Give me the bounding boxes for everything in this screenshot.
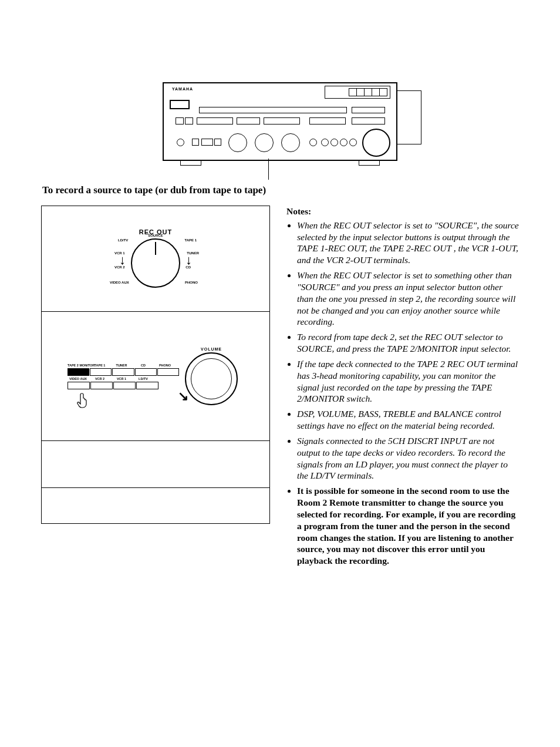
receiver-display [325,86,390,99]
control-knob [228,133,247,152]
input-buttons-outline [264,117,300,124]
note-item: To record from tape deck 2, set the REC … [297,331,519,355]
two-column-layout: REC OUT ↓ SOURCE LD/TV TAPE 1 VCR 1 TUNE… [41,206,519,570]
input-label: VIDEO AUX [68,376,89,381]
small-knob [330,139,338,146]
foot-outline [359,160,380,166]
input-selector-diagram: TAPE 2 MONITOR TAPE 1 TUNER CD PHONO [68,363,179,390]
steps-column: REC OUT ↓ SOURCE LD/TV TAPE 1 VCR 1 TUNE… [41,206,270,524]
button-bank-outline [199,107,347,113]
volume-label: VOLUME [179,347,244,351]
recout-label-source: SOURCE [148,234,163,237]
steps-panel: REC OUT ↓ SOURCE LD/TV TAPE 1 VCR 1 TUNE… [41,206,270,524]
leader-line [397,144,421,144]
note-item: DSP, VOLUME, BASS, TREBLE and BALANCE co… [297,408,519,432]
arrow-icon: ↘ [178,390,188,403]
input-button [113,382,136,389]
power-button-outline [170,100,190,109]
small-button [214,139,221,146]
recout-label-vcr1: VCR 1 [114,251,125,255]
note-item-bold: It is possible for someone in the second… [297,485,519,567]
manual-page: YAMAHA [0,0,560,747]
small-knob [321,139,329,146]
small-button [176,117,184,124]
notes-column: Notes: When the REC OUT selector is set … [286,206,519,570]
arrow-icon: ↓ [185,254,192,267]
input-label: TUNER [111,363,132,368]
input-button [135,368,157,376]
input-button [136,382,158,389]
step-recout-selector: REC OUT ↓ SOURCE LD/TV TAPE 1 VCR 1 TUNE… [42,206,269,312]
note-item: If the tape deck connected to the TAPE 2… [297,358,519,405]
input-button [68,382,90,389]
note-item: When the REC OUT selector is set to some… [297,270,519,328]
recout-label-videoaux: VIDEO AUX [110,281,129,284]
control-knob [281,133,300,152]
notes-heading: Notes: [286,206,519,217]
input-label: LD/TV [133,376,154,381]
input-buttons-outline [237,117,260,124]
step-input-and-volume: TAPE 2 MONITOR TAPE 1 TUNER CD PHONO [42,312,269,441]
brand-label: YAMAHA [172,87,193,91]
input-label: TAPE 2 MONITOR [68,363,89,368]
small-knob [309,139,317,146]
input-label: VCR 2 [89,376,110,381]
input-button [112,368,134,376]
input-label: CD [133,363,154,368]
input-label: TAPE 1 [89,363,110,368]
step-blank [42,441,269,488]
notes-list: When the REC OUT selector is set to "SOU… [286,220,519,567]
input-label: VCR 1 [111,376,132,381]
recout-dial: SOURCE LD/TV TAPE 1 VCR 1 TUNER VCR 2 CD… [131,238,180,288]
recout-label-phono: PHONO [185,281,198,284]
recout-label-ldtv: LD/TV [118,238,128,242]
hand-pointer-icon [77,392,89,409]
note-item: Signals connected to the 5CH DISCRT INPU… [297,435,519,482]
small-knob [340,139,348,146]
volume-knob-outline [362,129,390,157]
button-bank-outline [352,107,385,113]
recout-label-tape1: TAPE 1 [184,238,197,242]
input-button [90,368,112,376]
arrow-icon: ↓ [119,254,126,267]
control-knob [255,133,274,152]
leader-line [421,90,421,144]
receiver-front-diagram: YAMAHA [163,82,397,161]
receiver-chassis: YAMAHA [163,82,397,161]
input-button [90,382,113,389]
leader-line [268,159,269,180]
input-buttons-outline [309,117,346,124]
note-item: When the REC OUT selector is set to "SOU… [297,220,519,266]
input-button [157,368,179,376]
small-knob [349,139,357,146]
input-button [68,368,89,376]
input-buttons-outline [197,117,233,124]
leader-line [397,90,421,91]
section-heading: To record a source to tape (or dub from … [42,184,519,196]
small-knob [177,139,184,146]
foot-outline [180,160,201,166]
step-blank [42,488,269,523]
input-buttons-outline [352,117,385,124]
input-label: PHONO [154,363,176,368]
volume-dial-diagram: VOLUME ↘ [179,347,244,406]
small-button [185,117,193,124]
small-button [192,139,199,146]
recout-label-vcr2: VCR 2 [114,265,125,269]
small-button [201,139,213,146]
